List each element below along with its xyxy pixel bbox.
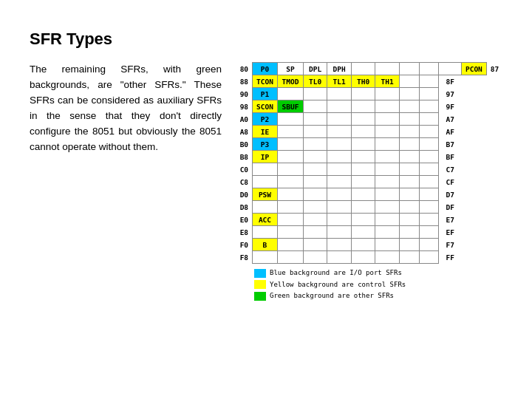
addr-left: F8 — [236, 251, 252, 264]
sfr-cell: P2 — [252, 113, 278, 126]
sfr-cell: TH1 — [375, 75, 400, 88]
sfr-cell — [399, 113, 419, 126]
legend-color-box — [254, 269, 266, 278]
addr-right: 97 — [439, 88, 461, 100]
sfr-cell — [278, 176, 304, 188]
addr-left: E8 — [236, 226, 252, 239]
sfr-cell — [327, 239, 352, 251]
sfr-cell — [419, 126, 439, 138]
addr-left: B8 — [236, 151, 252, 163]
sfr-cell — [327, 214, 352, 226]
page: SFR Types The remaining SFRs, with green… — [0, 0, 532, 399]
sfr-cell — [375, 63, 400, 75]
sfr-cell: B — [252, 239, 278, 251]
sfr-cell — [351, 201, 375, 214]
sfr-cell — [375, 163, 400, 176]
addr-right: 8F — [439, 75, 461, 88]
sfr-cell — [327, 251, 352, 264]
sfr-cell — [303, 151, 327, 163]
addr-left: 90 — [236, 88, 252, 100]
sfr-cell — [278, 239, 304, 251]
addr-left: 98 — [236, 100, 252, 113]
sfr-cell — [303, 113, 327, 126]
addr-left: 80 — [236, 63, 252, 75]
sfr-cell — [399, 138, 419, 151]
addr-left: F0 — [236, 239, 252, 251]
sfr-cell — [351, 63, 375, 75]
sfr-cell — [351, 251, 375, 264]
sfr-cell — [327, 113, 352, 126]
sfr-cell — [327, 188, 352, 201]
addr-right: D7 — [439, 188, 461, 201]
sfr-cell — [375, 100, 400, 113]
sfr-cell — [375, 188, 400, 201]
sfr-cell — [419, 100, 439, 113]
addr-right: B7 — [439, 138, 461, 151]
addr-right: F7 — [439, 239, 461, 251]
sfr-cell: TMOD — [278, 75, 304, 88]
sfr-cell: IP — [252, 151, 278, 163]
sfr-cell — [419, 226, 439, 239]
sfr-cell — [419, 138, 439, 151]
sfr-cell: IE — [252, 126, 278, 138]
sfr-cell — [399, 188, 419, 201]
sfr-table-wrapper: 80P0SPDPLDPHPCON8788TCONTMODTL0TL1TH0TH1… — [236, 62, 502, 384]
sfr-cell — [375, 88, 400, 100]
addr-left: A8 — [236, 126, 252, 138]
content-area: The remaining SFRs, with green backgroun… — [30, 62, 502, 384]
sfr-cell — [327, 126, 352, 138]
legend-item: Yellow background are control SFRs — [254, 280, 406, 290]
legend-label: Blue background are I/O port SFRs — [270, 268, 402, 279]
sfr-cell: DPL — [303, 63, 327, 75]
sfr-cell — [399, 201, 419, 214]
sfr-cell — [278, 88, 304, 100]
addr-right: 87 — [487, 63, 502, 75]
sfr-cell — [278, 251, 304, 264]
sfr-cell — [327, 163, 352, 176]
sfr-cell — [303, 251, 327, 264]
sfr-cell — [351, 214, 375, 226]
sfr-cell — [303, 100, 327, 113]
sfr-cell — [399, 126, 419, 138]
sfr-cell — [375, 138, 400, 151]
sfr-cell-pcon: PCON — [461, 63, 487, 75]
sfr-cell — [375, 176, 400, 188]
sfr-cell — [278, 163, 304, 176]
sfr-cell — [303, 201, 327, 214]
addr-right: E7 — [439, 214, 461, 226]
sfr-cell: TL1 — [327, 75, 352, 88]
addr-left: D0 — [236, 188, 252, 201]
legend: Blue background are I/O port SFRsYellow … — [254, 268, 406, 303]
legend-label: Green background are other SFRs — [270, 291, 394, 301]
sfr-cell — [351, 151, 375, 163]
sfr-cell — [375, 239, 400, 251]
sfr-cell — [351, 176, 375, 188]
sfr-cell — [399, 151, 419, 163]
sfr-cell — [278, 138, 304, 151]
sfr-cell — [303, 214, 327, 226]
sfr-cell — [419, 176, 439, 188]
sfr-cell — [303, 163, 327, 176]
addr-left: D8 — [236, 201, 252, 214]
sfr-cell — [375, 226, 400, 239]
sfr-cell — [327, 138, 352, 151]
sfr-cell — [399, 100, 419, 113]
sfr-cell — [252, 176, 278, 188]
sfr-cell: SCON — [252, 100, 278, 113]
sfr-cell — [327, 100, 352, 113]
sfr-cell — [278, 214, 304, 226]
sfr-cell — [351, 239, 375, 251]
sfr-cell — [278, 113, 304, 126]
sfr-cell — [399, 214, 419, 226]
sfr-cell — [375, 201, 400, 214]
addr-left: B0 — [236, 138, 252, 151]
sfr-cell — [327, 201, 352, 214]
addr-right: DF — [439, 201, 461, 214]
sfr-cell — [327, 176, 352, 188]
addr-right: BF — [439, 151, 461, 163]
sfr-cell — [351, 100, 375, 113]
sfr-cell — [351, 138, 375, 151]
sfr-cell — [252, 226, 278, 239]
sfr-cell — [351, 126, 375, 138]
sfr-cell — [419, 251, 439, 264]
